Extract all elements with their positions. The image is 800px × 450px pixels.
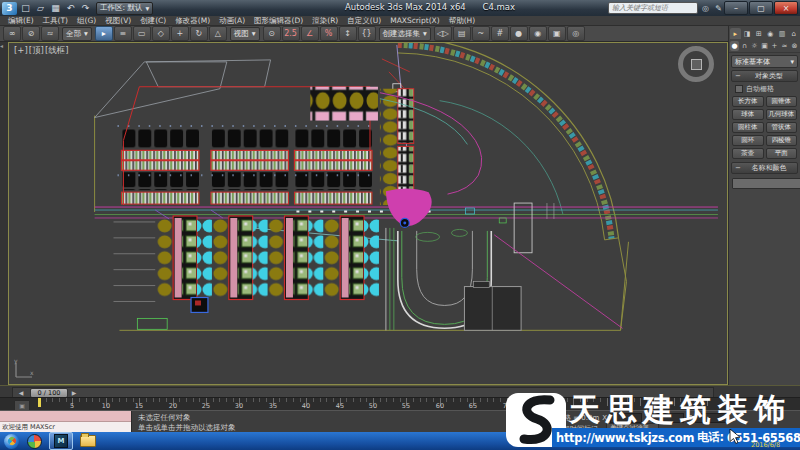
cylinder-button[interactable]: 圆柱体 (732, 122, 764, 133)
select-and-scale-icon[interactable]: △ (209, 26, 227, 41)
y-field[interactable] (652, 413, 684, 423)
select-object-icon[interactable]: ▸ (95, 26, 113, 41)
taskbar-browser-icon[interactable] (23, 433, 45, 449)
category-lights-icon[interactable]: ☼ (750, 41, 759, 51)
x-field[interactable] (610, 413, 642, 423)
reference-coordinate-dropdown[interactable]: 视图 ▾ (230, 27, 260, 41)
edit-named-sets-icon[interactable]: {} (358, 26, 376, 41)
track-bar[interactable]: ▣ 5 10 15 20 25 30 35 40 45 50 55 60 65 … (0, 397, 800, 411)
geosphere-button[interactable]: 几何球体 (766, 109, 798, 120)
z-field[interactable] (695, 413, 727, 423)
autogrid-checkbox[interactable] (735, 85, 743, 93)
c one-button[interactable]: 圆锥体 (766, 96, 798, 107)
select-and-move-icon[interactable]: + (171, 26, 189, 41)
viewcube[interactable] (678, 46, 714, 82)
pyramid-button[interactable]: 四棱锥 (766, 135, 798, 146)
align-icon[interactable]: ▤ (453, 26, 471, 41)
category-systems-icon[interactable]: ⊗ (790, 41, 799, 51)
selection-region-icon[interactable]: ▭ (133, 26, 151, 41)
schematic-view-icon[interactable]: # (491, 26, 509, 41)
menu-group[interactable]: 组(G) (77, 16, 96, 26)
unlink-selection-icon[interactable]: ⊘ (22, 26, 40, 41)
select-by-name-icon[interactable]: ≡ (114, 26, 132, 41)
menu-tools[interactable]: 工具(T) (43, 16, 68, 26)
minimize-button[interactable]: – (724, 1, 748, 15)
angle-snap-icon[interactable]: ∠ (301, 26, 319, 41)
viewport-canvas[interactable] (9, 43, 727, 384)
tab-hierarchy[interactable]: ⊞ (753, 28, 764, 39)
mirror-icon[interactable]: ◁▷ (434, 26, 452, 41)
menu-rendering[interactable]: 渲染(R) (312, 16, 338, 26)
undo-icon[interactable]: ↶ (64, 2, 77, 14)
selection-lock-icon[interactable]: ▣ (540, 412, 554, 424)
save-file-icon[interactable]: ▦ (49, 2, 62, 14)
search-input[interactable] (608, 2, 698, 14)
next-frame-icon[interactable]: ▶ (70, 388, 78, 396)
previous-frame-icon[interactable]: ◀ (17, 388, 25, 396)
rollout-name-color[interactable]: − 名称和颜色 (731, 162, 798, 174)
named-selection-sets-dropdown[interactable]: 创建选择集 ▾ (379, 27, 431, 41)
sphere-button[interactable]: 球体 (732, 109, 764, 120)
tab-create[interactable]: ▸ (730, 28, 741, 39)
viewport-tab-strip[interactable]: ◂ (0, 42, 8, 385)
macro-recorder-pane[interactable] (0, 411, 131, 422)
new-scene-icon[interactable]: □ (19, 2, 32, 14)
category-spacewarps-icon[interactable]: ≈ (780, 41, 789, 51)
menu-maxscript[interactable]: MAXScript(X) (390, 16, 439, 25)
open-file-icon[interactable]: ▱ (34, 2, 47, 14)
render-production-icon[interactable]: ◎ (567, 26, 585, 41)
close-button[interactable]: × (774, 1, 798, 15)
select-and-link-icon[interactable]: ∞ (3, 26, 21, 41)
category-helpers-icon[interactable]: + (770, 41, 779, 51)
window-crossing-icon[interactable]: ◇ (152, 26, 170, 41)
subscription-icon[interactable]: ✎ (713, 3, 724, 14)
rendered-frame-icon[interactable]: ▣ (548, 26, 566, 41)
viewport[interactable]: [+] [顶] [线框] (8, 42, 728, 385)
tab-motion[interactable]: ◉ (765, 28, 776, 39)
maxscript-mini-listener[interactable]: 欢迎使用 MAXScr (0, 411, 132, 433)
render-setup-icon[interactable]: ◉ (529, 26, 547, 41)
rollout-object-type[interactable]: − 对象类型 (731, 70, 798, 82)
taskbar-explorer-icon[interactable] (77, 433, 99, 449)
viewcube-face[interactable] (691, 59, 702, 70)
menu-views[interactable]: 视图(V) (105, 16, 131, 26)
tube-button[interactable]: 管状体 (766, 122, 798, 133)
tab-display[interactable]: ▥ (777, 28, 788, 39)
object-name-input[interactable] (732, 178, 800, 189)
menu-animation[interactable]: 动画(A) (219, 16, 245, 26)
selection-filter-dropdown[interactable]: 全部 ▾ (62, 27, 92, 41)
geometry-category-dropdown[interactable]: 标准基本体 ▾ (731, 55, 798, 68)
bind-to-space-warp-icon[interactable]: ≈ (41, 26, 59, 41)
viewport-menu-shading[interactable]: [线框] (45, 45, 69, 57)
plane-button[interactable]: 平面 (766, 148, 798, 159)
menu-edit[interactable]: 编辑(E) (8, 16, 34, 26)
category-cameras-icon[interactable]: ▣ (760, 41, 769, 51)
workspace-selector[interactable]: 工作区: 默认 ▾ (96, 2, 153, 15)
percent-snap-icon[interactable]: % (320, 26, 338, 41)
start-button[interactable] (4, 434, 19, 449)
search-icon[interactable]: ◎ (700, 3, 711, 14)
menu-customize[interactable]: 自定义(U) (347, 16, 381, 26)
torus-button[interactable]: 圆环 (732, 135, 764, 146)
redo-icon[interactable]: ↷ (79, 2, 92, 14)
select-and-rotate-icon[interactable]: ↻ (190, 26, 208, 41)
material-editor-icon[interactable]: ● (510, 26, 528, 41)
application-menu-button[interactable]: 3 (2, 2, 17, 15)
snaps-toggle-icon[interactable]: 2.5 (282, 26, 300, 41)
current-frame-marker[interactable] (38, 398, 41, 407)
menu-create[interactable]: 创建(C) (140, 16, 166, 26)
viewport-menu-view[interactable]: [顶] (29, 45, 44, 57)
viewport-menu-plus[interactable]: [+] (14, 45, 28, 57)
menu-graph-editors[interactable]: 图形编辑器(D) (254, 16, 303, 26)
box-button[interactable]: 长方体 (732, 96, 764, 107)
taskbar-3dsmax-icon[interactable]: M (49, 432, 73, 450)
spinner-snap-icon[interactable]: ↕ (339, 26, 357, 41)
tab-modify[interactable]: ◨ (742, 28, 753, 39)
curve-editor-icon[interactable]: ~ (472, 26, 490, 41)
menu-help[interactable]: 帮助(H) (449, 16, 476, 26)
teapot-button[interactable]: 茶壶 (732, 148, 764, 159)
category-shapes-icon[interactable]: ∩ (740, 41, 749, 51)
tab-utilities[interactable]: ⌂ (788, 28, 799, 39)
menu-modifiers[interactable]: 修改器(M) (175, 16, 210, 26)
use-pivot-center-icon[interactable]: ⊙ (263, 26, 281, 41)
